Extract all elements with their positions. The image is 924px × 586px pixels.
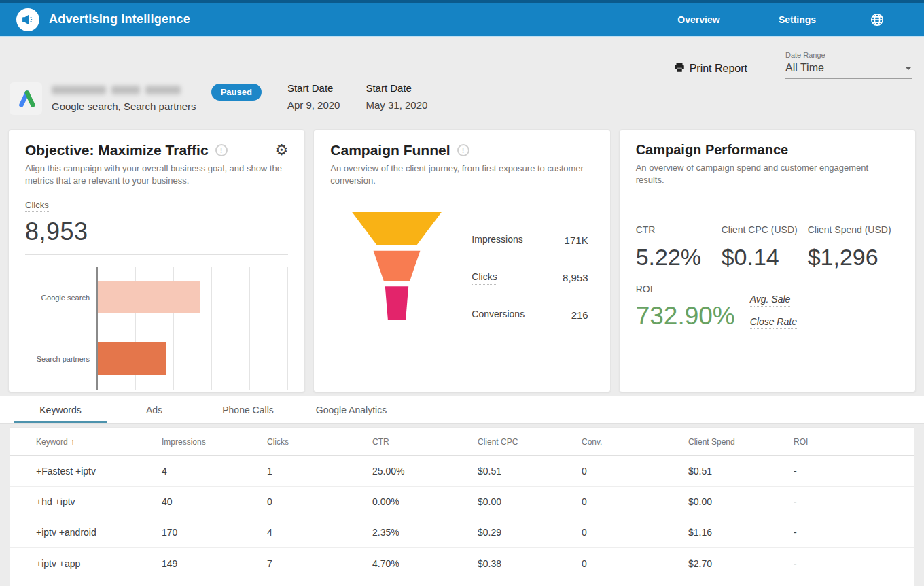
tab-keywords[interactable]: Keywords [14,396,107,423]
bar-search-partners[interactable] [98,342,166,375]
client-cpc-label[interactable]: Client CPC (USD) [722,224,798,237]
close-rate-link[interactable]: Close Rate [750,316,797,329]
info-icon[interactable]: ! [215,144,228,156]
app-title: Advertising Intelligence [49,12,190,27]
table-cell: 4 [267,527,372,538]
sort-asc-icon: ↑ [71,436,75,447]
funnel-metric-row: Clicks 8,953 [472,259,588,296]
start-date-value: Apr 9, 2020 [287,99,340,111]
table-cell: $0.51 [688,466,794,477]
table-cell: $0.38 [478,558,582,569]
col-client-spend[interactable]: Client Spend [688,437,794,447]
funnel-impressions-label[interactable]: Impressions [472,234,522,247]
tab-google-analytics[interactable]: Google Analytics [295,396,408,423]
divider [25,254,288,255]
bar-google-search[interactable] [98,281,200,313]
col-impressions[interactable]: Impressions [162,437,267,447]
end-date-block: Start Date May 31, 2020 [366,81,427,111]
table-cell: $2.70 [688,558,794,569]
tab-phone-calls[interactable]: Phone Calls [201,396,295,423]
roi-label[interactable]: ROI [636,283,653,296]
table-cell: 0 [267,496,372,507]
table-cell: $0.51 [478,466,582,477]
funnel-card-title: Campaign Funnel [330,142,450,158]
metric-client-spend: Client Spend (USD) $1,296 [808,224,893,271]
ctr-label[interactable]: CTR [636,224,656,237]
client-spend-label[interactable]: Client Spend (USD) [808,224,891,237]
gear-icon[interactable]: ⚙ [275,143,289,158]
objective-metric-label[interactable]: Clicks [25,200,49,212]
col-ctr[interactable]: CTR [372,437,478,447]
funnel-metrics: Impressions 171K Clicks 8,953 Conversion… [472,222,588,334]
table-cell: 1 [267,466,372,477]
funnel-clicks-label[interactable]: Clicks [472,271,497,285]
chevron-down-icon [905,67,912,70]
table-row[interactable]: +iptv +android17042.35%$0.290$1.16- [10,517,914,548]
funnel-chart [352,212,442,322]
brand: Advertising Intelligence [16,8,190,31]
table-cell: 170 [162,527,267,538]
client-spend-value: $1,296 [808,244,893,271]
col-client-cpc[interactable]: Client CPC [478,437,582,447]
col-clicks[interactable]: Clicks [267,437,372,447]
funnel-metric-row: Conversions 216 [472,296,588,334]
info-icon[interactable]: ! [457,144,469,156]
performance-card-description: An overview of campaign spend and custom… [636,162,899,186]
table-body: +Fastest +iptv4125.00%$0.510$0.51-+hd +i… [10,456,914,579]
end-date-value: May 31, 2020 [366,99,427,111]
google-ads-logo-icon [10,82,42,115]
date-range-value: All Time [785,62,824,74]
table-cell: 25.00% [372,466,478,477]
table-row[interactable]: +hd +iptv4000.00%$0.000$0.00- [10,487,914,517]
nav-settings[interactable]: Settings [748,14,847,25]
table-cell: 40 [162,496,267,507]
table-cell: 0 [582,527,688,538]
table-cell: 2.35% [372,527,478,538]
col-roi[interactable]: ROI [794,437,914,447]
campaign-summary-row: Google search, Search partners Paused St… [0,81,924,129]
funnel-metric-row: Impressions 171K [472,222,588,259]
bar-chart-plot-area [96,267,288,390]
printer-icon [673,61,686,76]
funnel-conversions-label[interactable]: Conversions [472,309,525,322]
performance-card-title: Campaign Performance [636,142,789,158]
nav-overview[interactable]: Overview [650,14,748,25]
date-range-select[interactable]: All Time [785,62,912,79]
metric-ctr: CTR 5.22% [636,224,722,271]
detail-tabs: Keywords Ads Phone Calls Google Analytic… [0,396,924,423]
table-header-row: Keyword ↑ Impressions Clicks CTR Client … [10,428,914,456]
tab-ads[interactable]: Ads [107,396,201,423]
funnel-impressions-value: 171K [565,235,588,246]
globe-icon[interactable] [847,12,908,27]
objective-card: Objective: Maximize Traffic ! ⚙ Align th… [8,129,305,392]
table-cell: 149 [162,558,267,569]
ctr-value: 5.22% [636,244,722,271]
print-report-label: Print Report [690,63,747,75]
funnel-card: Campaign Funnel ! An overview of the cli… [313,129,610,392]
table-cell: 4.70% [372,558,478,569]
top-app-bar: Advertising Intelligence Overview Settin… [0,0,924,37]
avg-sale-link[interactable]: Avg. Sale [750,294,791,307]
col-keyword[interactable]: Keyword ↑ [36,436,162,447]
col-conv[interactable]: Conv. [582,437,688,447]
table-cell: $0.00 [478,496,582,507]
objective-metric-value: 8,953 [25,218,288,246]
table-cell: 4 [162,466,267,477]
table-cell: 7 [267,558,372,569]
table-row[interactable]: +iptv +app14974.70%$0.380$2.70- [10,548,914,579]
print-report-button[interactable]: Print Report [673,61,747,76]
date-range-field: Date Range All Time [785,51,912,79]
bar-category-label: Google search [25,267,96,328]
table-cell: +Fastest +iptv [36,466,162,477]
report-toolbar: Print Report Date Range All Time [0,37,924,81]
col-keyword-label: Keyword [36,437,68,447]
table-cell: - [794,496,914,507]
performance-metrics: CTR 5.22% Client CPC (USD) $0.14 Client … [636,224,899,271]
table-row[interactable]: +Fastest +iptv4125.00%$0.510$0.51- [10,456,914,487]
cards-row: Objective: Maximize Traffic ! ⚙ Align th… [8,129,916,392]
table-cell: $0.29 [478,527,582,538]
end-date-label: Start Date [366,82,427,94]
keywords-table: Keyword ↑ Impressions Clicks CTR Client … [10,427,914,586]
metric-roi: ROI 732.90% [636,283,722,330]
start-date-block: Start Date Apr 9, 2020 [287,81,340,111]
